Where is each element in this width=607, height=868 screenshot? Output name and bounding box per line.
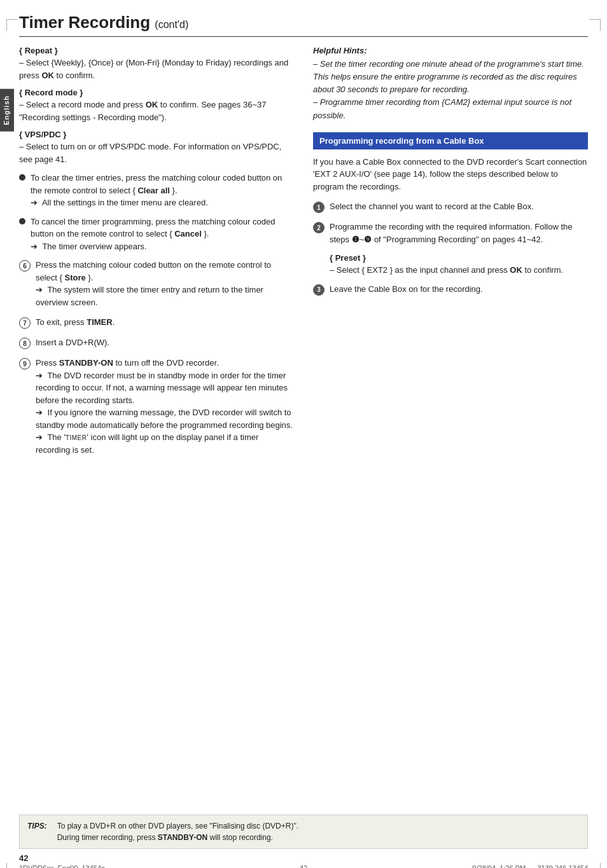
- footer-center: 42: [300, 864, 307, 868]
- record-mode-label: { Record mode }: [19, 88, 294, 97]
- helpful-hints: Helpful Hints: – Set the timer recording…: [313, 46, 588, 122]
- corner-mark-tr: [589, 19, 601, 31]
- step-8: 8 Insert a DVD+R(W).: [19, 336, 294, 349]
- repeat-label: { Repeat }: [19, 46, 294, 55]
- footer-left: 1DVDR6xx_Eng00_13454c: [19, 864, 105, 868]
- corner-mark-bl: [6, 863, 18, 868]
- step-8-text: Insert a DVD+R(W).: [36, 336, 294, 349]
- page-title: Timer Recording (cont'd): [19, 13, 588, 37]
- repeat-text: – Select {Weekly}, {Once} or {Mon-Fri} (…: [19, 57, 294, 81]
- record-mode-text: – Select a record mode and press OK to c…: [19, 99, 294, 123]
- tips-text: To play a DVD+R on other DVD players, se…: [57, 820, 298, 843]
- cable-step-2-num: 2: [313, 222, 324, 233]
- bullet-dot: [19, 174, 25, 181]
- right-column: Helpful Hints: – Set the timer recording…: [313, 46, 588, 464]
- preset-block: { Preset } – Select { EXT2 } as the inpu…: [330, 253, 588, 277]
- cable-step-3-text: Leave the Cable Box on for the recording…: [330, 283, 588, 296]
- vps-pdc-label: { VPS/PDC }: [19, 130, 294, 139]
- step-7: 7 To exit, press TIMER.: [19, 316, 294, 329]
- two-column-layout: { Repeat } – Select {Weekly}, {Once} or …: [19, 46, 588, 464]
- section-record-mode: { Record mode } – Select a record mode a…: [19, 88, 294, 123]
- hints-title: Helpful Hints:: [313, 46, 588, 55]
- vps-pdc-text: – Select to turn on or off VPS/PDC mode.…: [19, 141, 294, 165]
- side-tab: English: [0, 89, 14, 132]
- main-content: Timer Recording (cont'd) { Repeat } – Se…: [19, 13, 588, 489]
- tips-label: TIPS:: [27, 820, 47, 843]
- title-contd: (cont'd): [155, 19, 188, 30]
- title-text: Timer Recording: [19, 13, 150, 32]
- page-number: 42: [19, 853, 28, 863]
- step-9: 9 Press STANDBY-ON to turn off the DVD r…: [19, 357, 294, 456]
- cable-step-1-num: 1: [313, 202, 324, 213]
- hints-text: – Set the timer recording one minute ahe…: [313, 58, 588, 122]
- cable-step-1: 1 Select the channel you want to record …: [313, 200, 588, 213]
- bullet-cancel: To cancel the timer programming, press t…: [19, 216, 294, 253]
- corner-mark-br: [589, 863, 601, 868]
- cable-step-1-text: Select the channel you want to record at…: [330, 200, 588, 213]
- section-vps-pdc: { VPS/PDC } – Select to turn on or off V…: [19, 130, 294, 165]
- bullet-dot-2: [19, 218, 25, 224]
- step-7-num: 7: [19, 317, 31, 329]
- section-repeat: { Repeat } – Select {Weekly}, {Once} or …: [19, 46, 294, 81]
- cable-step-2: 2 Programme the recording with the requi…: [313, 221, 588, 245]
- bullet-clear-all-text: To clear the timer entries, press the ma…: [31, 172, 294, 209]
- footer-date: 9/28/04, 1:26 PM: [472, 864, 526, 868]
- step-6: 6 Press the matching colour coded button…: [19, 259, 294, 308]
- page-wrapper: English Timer Recording (cont'd) { Repea…: [0, 13, 607, 868]
- footer-right: 9/28/04, 1:26 PM 3139 246 13454: [472, 864, 588, 868]
- preset-label: { Preset }: [330, 253, 588, 263]
- step-6-num: 6: [19, 260, 31, 272]
- preset-text: – Select { EXT2 } as the input channel a…: [330, 264, 588, 277]
- cable-box-header: Programming recording from a Cable Box: [313, 132, 588, 149]
- cable-step-2-text: Programme the recording with the require…: [330, 221, 588, 245]
- step-9-num: 9: [19, 358, 31, 369]
- tips-bar: TIPS: To play a DVD+R on other DVD playe…: [19, 815, 588, 849]
- bullet-cancel-text: To cancel the timer programming, press t…: [31, 216, 294, 253]
- step-8-num: 8: [19, 338, 31, 349]
- footer-serial: 3139 246 13454: [537, 864, 588, 868]
- step-6-text: Press the matching colour coded button o…: [36, 259, 294, 308]
- cable-box-intro: If you have a Cable Box connected to the…: [313, 156, 588, 193]
- step-7-text: To exit, press TIMER.: [36, 316, 294, 329]
- step-9-text: Press STANDBY-ON to turn off the DVD rec…: [36, 357, 294, 456]
- cable-step-3: 3 Leave the Cable Box on for the recordi…: [313, 283, 588, 296]
- corner-mark-tl: [6, 19, 18, 31]
- left-column: { Repeat } – Select {Weekly}, {Once} or …: [19, 46, 294, 464]
- cable-step-3-num: 3: [313, 284, 324, 296]
- bullet-clear-all: To clear the timer entries, press the ma…: [19, 172, 294, 209]
